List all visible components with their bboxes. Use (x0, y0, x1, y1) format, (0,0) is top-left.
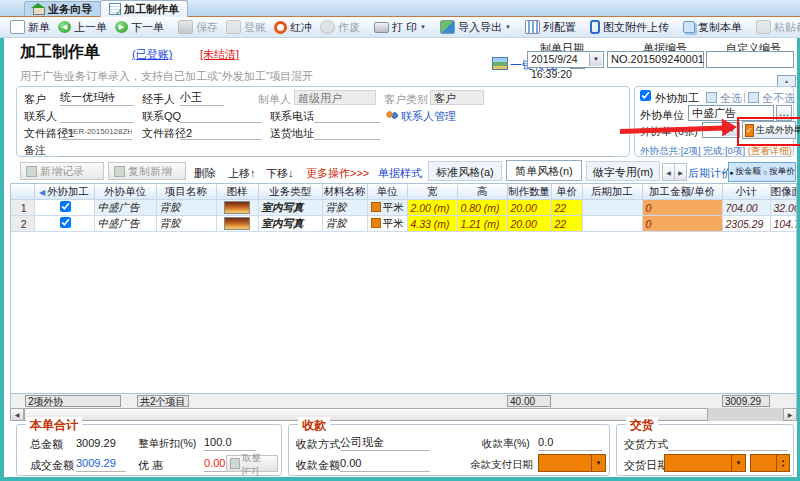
paste-screenshot-button[interactable]: 粘贴截图 (752, 18, 800, 36)
payment-amount-field[interactable]: 0.00 (340, 456, 430, 472)
handler-label: 经手人 (142, 92, 175, 107)
col-height: 高 (457, 184, 507, 200)
custom-no-field[interactable] (706, 51, 794, 68)
save-button[interactable]: 保存 (174, 18, 222, 36)
payment-method-field[interactable]: 公司现金 (340, 435, 430, 451)
scrollbar-thumb[interactable] (24, 408, 708, 421)
file-path1-field[interactable]: USER-20150128ZH:C:\ (62, 124, 132, 140)
order-no-field[interactable]: NO.201509240001 (607, 51, 704, 68)
style-tab-simple[interactable]: 简单风格(n) (506, 160, 582, 181)
post-account-button[interactable]: 登账 (222, 18, 270, 36)
delivery-method-field[interactable] (668, 435, 788, 451)
sample-thumbnail[interactable] (224, 217, 250, 230)
horizontal-scrollbar[interactable]: ◀ ▶ (10, 408, 797, 421)
qq-field[interactable] (180, 107, 262, 123)
form-icon (109, 3, 121, 15)
more-actions-link[interactable]: 更多操作>>> (306, 166, 369, 181)
chevron-down-icon[interactable]: ▼ (589, 53, 602, 66)
phone-field[interactable] (314, 107, 380, 123)
delivery-address-field[interactable] (314, 124, 380, 140)
style-tab-font[interactable]: 做字专用(m) (586, 161, 660, 181)
radio-on-icon[interactable]: ● (729, 169, 733, 176)
plus-icon (26, 166, 37, 177)
row-outsourcing-checkbox[interactable] (60, 217, 71, 228)
void-button[interactable]: 作废 (316, 18, 364, 36)
unsettled-badge[interactable]: [未结清] (200, 47, 239, 62)
attachment-upload-button[interactable]: 图文附件上传 (586, 18, 673, 36)
payment-title: 收款 (298, 417, 330, 434)
window-border-left (0, 38, 4, 481)
red-flush-button[interactable]: 红冲 (270, 18, 316, 36)
spinner-arrows-icon[interactable]: ▲▼ (776, 455, 789, 471)
deal-amount-field[interactable]: 3009.29 (76, 456, 126, 472)
import-export-icon (440, 20, 455, 34)
row-outsourcing-checkbox[interactable] (60, 201, 71, 212)
round-button[interactable]: 取整[F7] (226, 455, 278, 472)
total-amount-value: 3009.29 (76, 437, 116, 449)
tab-processing-order[interactable]: 加工制作单 (100, 0, 188, 17)
copy-order-button[interactable]: 复制本单 (679, 18, 746, 36)
tab-scroll-right-button[interactable]: ▶ (674, 163, 687, 181)
note-field[interactable] (60, 141, 612, 157)
radio-off-icon[interactable]: ○ (763, 169, 767, 176)
tab-business-wizard[interactable]: 业务向导 (24, 1, 101, 16)
select-none-icon (748, 92, 759, 103)
col-image-area: 图像面积 (770, 184, 797, 200)
house-icon (33, 7, 45, 15)
new-doc-icon (10, 20, 25, 34)
tab-label: 业务向导 (48, 2, 92, 17)
order-date-combo[interactable]: 2015/9/24 16:39:20 ▼ (527, 51, 604, 68)
handler-field[interactable]: 小王 (180, 90, 224, 106)
move-up-button[interactable]: 上移↑ (228, 166, 256, 181)
balance-date-combo[interactable]: ▼ (538, 454, 606, 472)
doc-style-link[interactable]: 单据样式 (378, 166, 422, 181)
payment-rate-field[interactable]: 0.0 (538, 435, 602, 451)
chevron-down-icon[interactable]: ▼ (591, 455, 605, 471)
payment-method-label: 收款方式 (296, 437, 340, 452)
by-price-option[interactable]: 按单价 (769, 166, 795, 178)
total-amount-label: 总金额 (30, 437, 63, 452)
table-row[interactable]: 1 中盛广告 背胶 室内写真 背胶 平米 2.00 (m) 0.80 (m) 2… (11, 200, 797, 216)
import-export-button[interactable]: 导入导出▼ (436, 18, 515, 36)
select-none-link[interactable]: 全不选 (748, 91, 795, 106)
next-order-button[interactable]: ▶下一单 (111, 18, 168, 36)
scroll-right-button[interactable]: ▶ (783, 408, 797, 421)
move-down-button[interactable]: 下移↓ (266, 166, 294, 181)
column-config-button[interactable]: 列配置 (521, 18, 580, 36)
contact-manager-link[interactable]: 联系人管理 (386, 109, 456, 124)
table-row[interactable]: 2 中盛广告 背胶 室内写真 背胶 平米 4.33 (m) 1.21 (m) 2… (11, 216, 797, 232)
prev-order-button[interactable]: ◀上一单 (54, 18, 111, 36)
new-order-button[interactable]: 新单 (6, 18, 54, 36)
col-rownum (11, 184, 34, 200)
order-items-grid: ◀外协加工 外协单位 项目名称 图样 业务类型 材料名称 单位 宽 高 制作数量… (10, 183, 797, 394)
grid-header-row: ◀外协加工 外协单位 项目名称 图样 业务类型 材料名称 单位 宽 高 制作数量… (11, 184, 797, 200)
copy-add-button[interactable]: 复制新增 (108, 162, 186, 180)
sample-thumbnail[interactable] (224, 201, 250, 214)
add-record-button[interactable]: 新增记录 (20, 162, 104, 180)
summary-outsource-count: 2项外协 (25, 395, 121, 407)
outsourcing-checkbox[interactable] (640, 90, 651, 101)
delivery-time-spinner[interactable]: ▲▼ (750, 454, 790, 472)
print-button[interactable]: 打 印▼ (370, 18, 430, 36)
style-tab-standard[interactable]: 标准风格(a) (428, 161, 502, 181)
contact-field[interactable] (60, 107, 134, 123)
qq-label: 联系QQ (142, 109, 181, 124)
arrow-left-icon: ◀ (39, 188, 45, 197)
contact-label: 联系人 (24, 109, 57, 124)
file-path2-field[interactable] (180, 124, 262, 140)
col-biz-type: 业务类型 (258, 184, 322, 200)
discount-field[interactable]: 100.0 (204, 435, 256, 451)
chevron-down-icon[interactable]: ▼ (731, 455, 745, 471)
annotation-rectangle (737, 117, 800, 146)
by-amount-option[interactable]: 按金额 (736, 166, 762, 178)
registered-badge[interactable]: (已登账) (132, 47, 172, 62)
col-vendor: 外协单位 (94, 184, 156, 200)
copy-plus-icon (114, 166, 125, 177)
delete-row-button[interactable]: 删除 (194, 166, 216, 181)
select-all-link[interactable]: 全选 (706, 91, 742, 106)
view-detail-link[interactable]: (查看详细) (748, 145, 792, 156)
customer-field[interactable]: 统一优玛特 (60, 90, 134, 106)
scroll-left-button[interactable]: ◀ (10, 408, 24, 421)
col-width: 宽 (407, 184, 457, 200)
delivery-date-combo[interactable]: ▼ (664, 454, 746, 472)
